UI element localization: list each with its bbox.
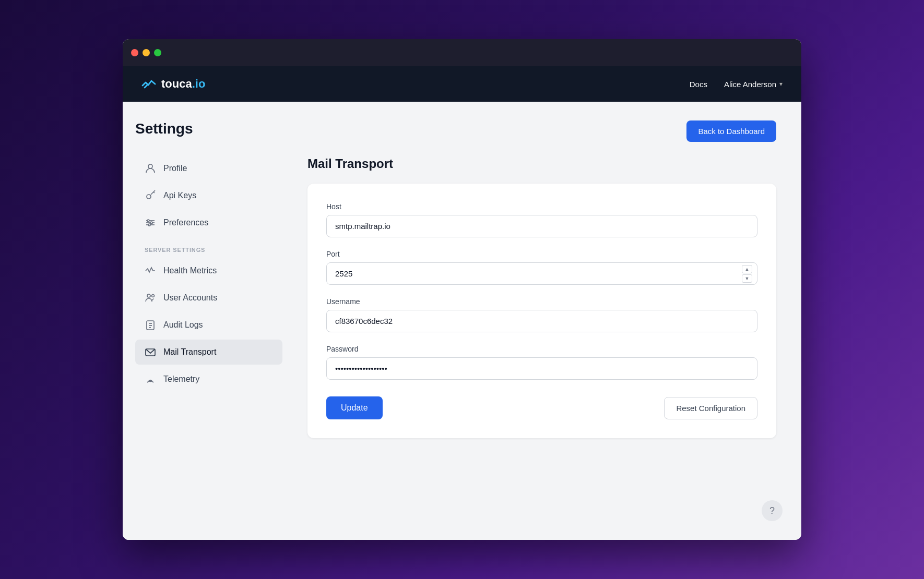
svg-point-5: [147, 220, 149, 222]
username-group: Username: [326, 297, 757, 332]
port-increment-button[interactable]: ▲: [742, 265, 752, 273]
update-button[interactable]: Update: [326, 396, 383, 419]
svg-point-15: [150, 380, 151, 382]
content-area: Back to Dashboard Mail Transport Host Po…: [295, 102, 801, 540]
sidebar-item-mailtransport-label: Mail Transport: [163, 347, 216, 357]
host-group: Host: [326, 202, 757, 237]
sidebar-item-auditlogs-label: Audit Logs: [163, 320, 203, 330]
svg-point-0: [148, 164, 152, 168]
sidebar-item-apikeys-label: Api Keys: [163, 191, 196, 200]
host-label: Host: [326, 202, 757, 211]
svg-point-1: [147, 195, 151, 199]
preferences-icon: [145, 217, 156, 228]
sidebar-nav: Profile Api Keys: [135, 156, 282, 392]
port-group: Port ▲ ▼: [326, 250, 757, 285]
password-input[interactable]: [326, 357, 757, 380]
port-label: Port: [326, 250, 757, 258]
minimize-button[interactable]: [143, 49, 150, 56]
sidebar-item-useraccounts-label: User Accounts: [163, 293, 217, 303]
port-wrapper: ▲ ▼: [326, 262, 757, 285]
username-input[interactable]: [326, 310, 757, 332]
sidebar-item-auditlogs[interactable]: Audit Logs: [135, 312, 282, 337]
sidebar-item-telemetry-label: Telemetry: [163, 375, 199, 384]
svg-point-8: [147, 294, 150, 297]
svg-point-7: [148, 224, 150, 226]
port-decrement-button[interactable]: ▼: [742, 274, 752, 283]
mail-icon: [145, 346, 156, 358]
svg-point-6: [150, 222, 152, 224]
titlebar: [123, 39, 801, 66]
logo-icon: [141, 78, 156, 90]
sidebar-item-useraccounts[interactable]: User Accounts: [135, 285, 282, 310]
user-accounts-icon: [145, 292, 156, 304]
window: touca.io Docs Alice Anderson ▾ Settings: [123, 39, 801, 540]
form-actions: Update Reset Configuration: [326, 396, 757, 419]
sidebar-item-health[interactable]: Health Metrics: [135, 258, 282, 283]
telemetry-icon: [145, 373, 156, 385]
sidebar-item-mailtransport[interactable]: Mail Transport: [135, 340, 282, 365]
docs-link[interactable]: Docs: [690, 80, 707, 89]
sidebar-item-apikeys[interactable]: Api Keys: [135, 183, 282, 208]
logo-text: touca.io: [161, 77, 205, 91]
server-settings-label: SERVER SETTINGS: [135, 237, 282, 256]
section-title: Mail Transport: [307, 156, 776, 171]
sidebar-item-preferences-label: Preferences: [163, 218, 208, 227]
navbar: touca.io Docs Alice Anderson ▾: [123, 66, 801, 102]
username-label: Username: [326, 297, 757, 306]
host-input[interactable]: [326, 215, 757, 237]
password-label: Password: [326, 345, 757, 353]
health-icon: [145, 265, 156, 276]
reset-configuration-button[interactable]: Reset Configuration: [664, 397, 757, 419]
logo[interactable]: touca.io: [141, 77, 205, 91]
user-menu[interactable]: Alice Anderson ▾: [724, 80, 783, 89]
port-spinners: ▲ ▼: [742, 265, 752, 283]
sidebar-item-profile-label: Profile: [163, 164, 187, 173]
sidebar-item-telemetry[interactable]: Telemetry: [135, 367, 282, 392]
close-button[interactable]: [131, 49, 138, 56]
password-group: Password: [326, 345, 757, 380]
port-input[interactable]: [326, 262, 757, 285]
content-header: Back to Dashboard: [307, 120, 776, 142]
api-keys-icon: [145, 190, 156, 201]
profile-icon: [145, 163, 156, 174]
sidebar-item-preferences[interactable]: Preferences: [135, 210, 282, 235]
svg-point-9: [152, 295, 155, 297]
user-name: Alice Anderson: [724, 80, 776, 89]
help-button[interactable]: ?: [762, 500, 783, 521]
back-to-dashboard-button[interactable]: Back to Dashboard: [686, 120, 776, 142]
audit-icon: [145, 319, 156, 331]
sidebar-item-profile[interactable]: Profile: [135, 156, 282, 181]
fullscreen-button[interactable]: [154, 49, 161, 56]
traffic-lights: [131, 49, 161, 56]
chevron-down-icon: ▾: [779, 80, 783, 88]
form-card: Host Port ▲ ▼: [307, 184, 776, 438]
sidebar-item-health-label: Health Metrics: [163, 266, 217, 275]
page-title: Settings: [135, 120, 282, 137]
main-content: Settings Profile: [123, 102, 801, 540]
content-wrapper: Back to Dashboard Mail Transport Host Po…: [295, 102, 801, 540]
sidebar: Settings Profile: [123, 102, 295, 540]
navbar-right: Docs Alice Anderson ▾: [690, 80, 783, 89]
